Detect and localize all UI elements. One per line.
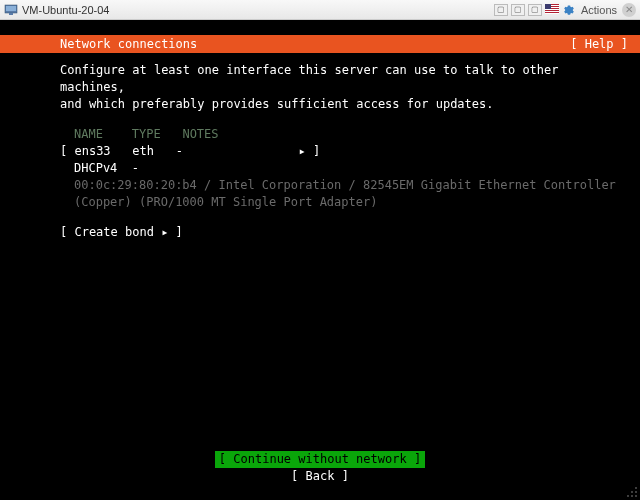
bracket-open: [ <box>60 144 67 158</box>
svg-point-10 <box>635 487 637 489</box>
page-title: Network connections <box>60 36 197 53</box>
col-name: NAME <box>74 127 103 141</box>
bottom-actions: [ Continue without network ] [ Back ] <box>0 451 640 485</box>
actions-menu[interactable]: Actions <box>581 4 617 16</box>
instructions-line2: and which preferably provides sufficient… <box>60 96 628 113</box>
window-titlebar: VM-Ubuntu-20-04 ▢ ▢ ▢ Actions ✕ <box>0 0 640 20</box>
main-content: Configure at least one interface this se… <box>60 62 628 241</box>
window-btn-3[interactable]: ▢ <box>528 4 542 16</box>
svg-point-14 <box>631 495 633 497</box>
installer-header: Network connections [ Help ] <box>0 35 640 53</box>
back-button[interactable]: [ Back ] <box>291 468 349 485</box>
flag-icon <box>545 4 559 16</box>
dhcp-status: - <box>132 161 139 175</box>
dhcp-label: DHCPv4 <box>74 161 117 175</box>
svg-rect-2 <box>9 13 13 15</box>
vm-icon <box>4 3 18 17</box>
window-btn-1[interactable]: ▢ <box>494 4 508 16</box>
window-btn-2[interactable]: ▢ <box>511 4 525 16</box>
col-type: TYPE <box>132 127 161 141</box>
bracket-close: ] <box>313 144 320 158</box>
instructions-line1: Configure at least one interface this se… <box>60 62 628 96</box>
col-notes: NOTES <box>182 127 218 141</box>
svg-rect-7 <box>545 11 559 12</box>
dhcp-row: DHCPv4 - <box>74 160 628 177</box>
hw-line2: (Copper) (PRO/1000 MT Single Port Adapte… <box>74 194 628 211</box>
close-icon[interactable]: ✕ <box>622 3 636 17</box>
iface-name: ens33 <box>74 144 110 158</box>
svg-point-11 <box>631 491 633 493</box>
iface-type: eth <box>132 144 154 158</box>
create-bond-button[interactable]: [ Create bond ▸ ] <box>60 224 628 241</box>
hw-line1: 00:0c:29:80:20:b4 / Intel Corporation / … <box>74 177 628 194</box>
svg-point-13 <box>627 495 629 497</box>
svg-point-15 <box>635 495 637 497</box>
continue-button[interactable]: [ Continue without network ] <box>215 451 425 468</box>
svg-rect-8 <box>545 13 559 14</box>
iface-notes: - <box>176 144 183 158</box>
window-controls: ▢ ▢ ▢ Actions ✕ <box>494 2 636 18</box>
svg-rect-1 <box>6 6 16 11</box>
interface-table-header: NAME TYPE NOTES <box>74 126 628 143</box>
instructions-text: Configure at least one interface this se… <box>60 62 628 112</box>
svg-rect-6 <box>545 9 559 10</box>
interface-row[interactable]: [ ens33 eth - ▸ ] <box>60 143 628 160</box>
svg-point-12 <box>635 491 637 493</box>
window-title: VM-Ubuntu-20-04 <box>22 4 494 16</box>
chevron-right-icon: ▸ <box>298 144 305 158</box>
svg-rect-9 <box>545 4 551 9</box>
gear-icon[interactable] <box>562 2 576 18</box>
resize-grip-icon[interactable] <box>626 486 638 498</box>
terminal-screen: Network connections [ Help ] Configure a… <box>0 20 640 500</box>
help-button[interactable]: [ Help ] <box>570 36 628 53</box>
hardware-info: 00:0c:29:80:20:b4 / Intel Corporation / … <box>74 177 628 211</box>
